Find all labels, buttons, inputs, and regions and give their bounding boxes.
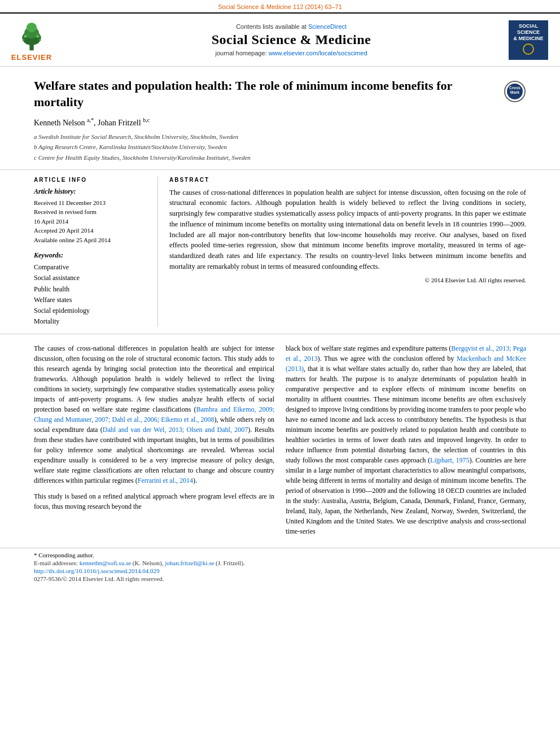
link-lijphart[interactable]: Lijphart, 1975 bbox=[430, 456, 469, 464]
affil-b: b Aging Research Centre, Karolinska Inst… bbox=[34, 142, 526, 152]
email-line: E-mail addresses: kennethn@sofi.su.se (K… bbox=[34, 560, 526, 566]
doi-link[interactable]: http://dx.doi.org/10.1016/j.socscimed.20… bbox=[34, 567, 160, 574]
footer-section: * Corresponding author. E-mail addresses… bbox=[0, 548, 560, 589]
abstract-text: The causes of cross-national differences… bbox=[169, 187, 526, 272]
nelson-sup: a,* bbox=[87, 117, 94, 123]
body-para-right-1: black box of welfare state regimes and e… bbox=[286, 343, 526, 536]
keyword-social-epidemiology: Social epidemiology bbox=[34, 305, 148, 316]
email-label: E-mail addresses: bbox=[34, 560, 78, 566]
abstract-label: ABSTRACT bbox=[169, 177, 526, 183]
revised-date-item: 16 April 2014 bbox=[34, 217, 148, 226]
svg-point-6 bbox=[22, 39, 24, 41]
link-ferrarini[interactable]: Ferrarini et al., 2014 bbox=[138, 477, 193, 484]
corresponding-note: * Corresponding author. bbox=[34, 552, 526, 558]
homepage-url[interactable]: www.elsevier.com/locate/socscimed bbox=[269, 50, 368, 56]
article-info-label: ARTICLE INFO bbox=[34, 177, 148, 183]
history-label: Article history: bbox=[34, 187, 148, 196]
homepage-label: journal homepage: bbox=[215, 50, 266, 56]
link-mackenbach[interactable]: Mackenbach and McKee (2013) bbox=[286, 355, 526, 373]
keyword-social-assistance: Social assistance bbox=[34, 273, 148, 283]
elsevier-name: ELSEVIER bbox=[11, 53, 52, 62]
link-dahl[interactable]: Dahl and van der Wel, 2013; Olsen and Da… bbox=[103, 426, 248, 434]
article-title-text: Welfare states and population health: Th… bbox=[34, 78, 498, 110]
badge-circle-icon bbox=[523, 43, 534, 55]
abstract-col: ABSTRACT The causes of cross-national di… bbox=[169, 177, 526, 327]
body-para-2: This study is based on a refined analyti… bbox=[34, 491, 274, 512]
keyword-welfare-states: Welfare states bbox=[34, 295, 148, 305]
link-bambra[interactable]: Bambra and Eikemo, 2009; Chung and Munta… bbox=[34, 405, 274, 423]
email-nelson-link[interactable]: kennethn@sofi.su.se bbox=[80, 560, 131, 566]
article-title-area: Welfare states and population health: Th… bbox=[34, 78, 526, 110]
page-wrapper: Social Science & Medicine 112 (2014) 63–… bbox=[0, 0, 560, 589]
fritzell-sup: b,c bbox=[143, 117, 150, 123]
author-nelson: Kenneth Nelson a,* bbox=[34, 119, 94, 127]
keyword-comparative: Comparative bbox=[34, 262, 148, 273]
article-header: Welfare states and population health: Th… bbox=[0, 67, 560, 170]
revised-item: Received in revised form bbox=[34, 207, 148, 217]
journal-badge-area: SOCIALSCIENCE& MEDICINE bbox=[506, 20, 551, 60]
affil-a: a Swedish Institute for Social Research,… bbox=[34, 132, 526, 142]
affil-c: c Centre for Health Equity Studies, Stoc… bbox=[34, 153, 526, 163]
email-fritzell-name: (J. Fritzell). bbox=[216, 560, 245, 566]
journal-header: ELSEVIER Contents lists available at Sci… bbox=[0, 12, 560, 67]
received-item: Received 11 December 2013 bbox=[34, 198, 148, 208]
email-nelson-name: (K. Nelson), bbox=[133, 560, 164, 566]
available-item: Available online 25 April 2014 bbox=[34, 235, 148, 245]
accepted-item: Accepted 20 April 2014 bbox=[34, 226, 148, 235]
elsevier-logo: ELSEVIER bbox=[9, 18, 54, 62]
sciencedirect-link[interactable]: ScienceDirect bbox=[308, 23, 347, 30]
elsevier-tree-icon bbox=[9, 18, 54, 52]
svg-point-7 bbox=[39, 39, 41, 41]
author-fritzell: Johan Fritzell b,c bbox=[98, 119, 150, 127]
copyright-line: © 2014 Elsevier Ltd. All rights reserved… bbox=[169, 277, 526, 283]
contents-available-line: Contents lists available at ScienceDirec… bbox=[82, 23, 500, 30]
crossmark-icon: Cross Mark bbox=[504, 80, 526, 103]
abstract-paragraph: The causes of cross-national differences… bbox=[169, 187, 526, 272]
journal-title: Social Science & Medicine bbox=[82, 32, 500, 47]
body-left-col: The causes of cross-national differences… bbox=[34, 343, 274, 542]
keywords-section: Keywords: Comparative Social assistance … bbox=[34, 251, 148, 327]
journal-badge: SOCIALSCIENCE& MEDICINE bbox=[509, 20, 548, 60]
badge-title-text: SOCIALSCIENCE& MEDICINE bbox=[512, 23, 545, 41]
keyword-mortality: Mortality bbox=[34, 316, 148, 327]
svg-text:Mark: Mark bbox=[510, 90, 519, 94]
email-fritzell-link[interactable]: johan.fritzell@ki.se bbox=[165, 560, 214, 566]
body-section: The causes of cross-national differences… bbox=[0, 334, 560, 548]
affiliations-area: a Swedish Institute for Social Research,… bbox=[34, 132, 526, 163]
svg-point-4 bbox=[24, 35, 27, 38]
contents-text: Contents lists available at bbox=[236, 23, 307, 30]
journal-header-center: Contents lists available at ScienceDirec… bbox=[82, 23, 500, 56]
svg-point-5 bbox=[36, 35, 40, 38]
svg-text:Cross: Cross bbox=[509, 86, 520, 90]
journal-homepage-line: journal homepage: www.elsevier.com/locat… bbox=[82, 50, 500, 56]
crossmark-area[interactable]: Cross Mark bbox=[504, 80, 526, 107]
body-para-1: The causes of cross-national differences… bbox=[34, 343, 274, 486]
body-right-col: black box of welfare state regimes and e… bbox=[286, 343, 526, 542]
journal-ref-text: Social Science & Medicine 112 (2014) 63–… bbox=[218, 3, 342, 10]
svg-point-3 bbox=[27, 23, 37, 32]
keywords-label: Keywords: bbox=[34, 251, 148, 260]
issn-line: 0277-9536/© 2014 Elsevier Ltd. All right… bbox=[34, 575, 526, 582]
keyword-public-health: Public health bbox=[34, 284, 148, 295]
journal-reference-line: Social Science & Medicine 112 (2014) 63–… bbox=[0, 0, 560, 12]
article-info-col: ARTICLE INFO Article history: Received 1… bbox=[34, 177, 158, 327]
info-abstract-section: ARTICLE INFO Article history: Received 1… bbox=[0, 170, 560, 335]
elsevier-logo-area: ELSEVIER bbox=[9, 18, 77, 62]
doi-line: http://dx.doi.org/10.1016/j.socscimed.20… bbox=[34, 567, 526, 574]
authors-line: Kenneth Nelson a,*, Johan Fritzell b,c bbox=[34, 117, 526, 128]
